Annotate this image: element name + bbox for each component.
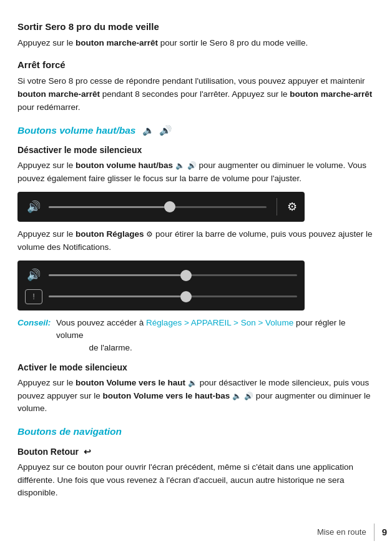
footer-text: Mise en route <box>317 526 374 539</box>
title-navigation: Boutons de navigation <box>17 424 375 439</box>
subtitle-activer: Activer le mode silencieux <box>17 361 375 374</box>
settings-icon-1[interactable]: ⚙ <box>287 199 297 216</box>
slider-thumb-2[interactable] <box>180 270 192 281</box>
slider-track-2[interactable] <box>49 274 297 276</box>
slider-fill-2 <box>49 274 180 276</box>
conseil-block: Conseil: Vous pouvez accéder à Réglages … <box>17 317 375 355</box>
para-desactiver: Appuyez sur le bouton volume haut/bas 🔈 … <box>17 159 375 186</box>
para-act-icon1: 🔉 <box>188 379 197 387</box>
para-arret-bold1: bouton marche-arrêt <box>17 89 100 99</box>
conseil-label-text: Conseil: <box>17 318 51 327</box>
slider-fill-3 <box>49 295 180 297</box>
volume-slider-2: 🔊 ! <box>17 261 305 310</box>
title-volume-text: Boutons volume haut/bas <box>17 125 135 136</box>
subtitle-retour-text: Bouton Retour <box>17 447 79 457</box>
conseil-text-before: Vous pouvez accéder à <box>56 318 146 327</box>
notif-icon: ! <box>25 289 42 304</box>
para-des-text1: Appuyez sur le <box>17 161 76 170</box>
para-sortir-bold: bouton marche-arrêt <box>76 38 158 47</box>
para-des-icon2: 🔊 <box>187 161 197 170</box>
subtitle-retour: Bouton Retour ↩ <box>17 445 375 459</box>
para-act-icon3: 🔊 <box>244 392 253 400</box>
footer-page: 9 <box>375 525 392 540</box>
slider-fill-1 <box>49 206 164 208</box>
slider-row-1: 🔊 <box>25 267 297 284</box>
para-act-bold1: bouton Volume vers le haut <box>76 378 185 387</box>
para-retour: Appuyez sur ce bouton pour ouvrir l'écra… <box>17 461 375 500</box>
para-arret-text1: Si votre Sero 8 pro cesse de répondre pe… <box>17 76 365 86</box>
para-reg-bold: bouton Réglages <box>76 229 144 239</box>
para-activer: Appuyez sur le bouton Volume vers le hau… <box>17 377 375 416</box>
para-reglages: Appuyez sur le bouton Réglages ⚙ pour ét… <box>17 228 375 254</box>
title-volume: Boutons volume haut/bas 🔈 🔊 <box>17 123 375 138</box>
volume-down-icon: 🔈 <box>142 125 154 136</box>
volume-slider-1: 🔊 ⚙ <box>17 192 305 222</box>
title-arret: Arrêt forcé <box>17 58 375 72</box>
para-arret: Si votre Sero 8 pro cesse de répondre pe… <box>17 75 375 114</box>
para-des-bold: bouton volume haut/bas <box>76 161 173 170</box>
conseil-label: Conseil: <box>17 317 56 355</box>
volume-icon-2: 🔊 <box>25 267 42 284</box>
subtitle-desactiver: Désactiver le mode silencieux <box>17 144 375 157</box>
volume-up-icon: 🔊 <box>159 125 171 136</box>
conseil-link[interactable]: Réglages > APPAREIL > Son > Volume <box>146 318 293 327</box>
footer: Mise en route 9 <box>317 524 392 541</box>
slider-thumb-1[interactable] <box>164 201 175 212</box>
slider-row-2: ! <box>25 289 297 304</box>
conseil-content: Vous pouvez accéder à Réglages > APPAREI… <box>56 317 375 355</box>
slider-divider-1 <box>277 198 277 216</box>
para-sortir: Appuyez sur le bouton marche-arrêt pour … <box>17 37 375 50</box>
para-act-bold2: bouton Volume vers le haut-bas <box>103 391 230 400</box>
para-reg-icon: ⚙ <box>146 230 153 239</box>
slider-thumb-3[interactable] <box>180 291 192 302</box>
para-reg-text1: Appuyez sur le <box>17 229 76 239</box>
para-arret-bold2: bouton marche-arrêt <box>290 89 372 99</box>
para-sortir-text2: pour sortir le Sero 8 pro du mode veille… <box>158 38 308 47</box>
conseil-indent-space <box>56 343 89 352</box>
retour-icon: ↩ <box>84 447 91 457</box>
slider-track-3[interactable] <box>49 295 297 297</box>
volume-icon-1: 🔊 <box>25 198 42 216</box>
para-des-icon1: 🔈 <box>175 161 185 170</box>
para-act-text1: Appuyez sur le <box>17 378 76 387</box>
para-arret-end: pour redémarrer. <box>17 102 81 112</box>
para-arret-mid: pendant 8 secondes pour l'arrêter. Appuy… <box>100 89 290 99</box>
para-sortir-text1: Appuyez sur le <box>17 38 76 47</box>
slider-track-1[interactable] <box>49 206 267 208</box>
para-act-icon2: 🔈 <box>232 392 242 400</box>
conseil-text-line2: de l'alarme. <box>89 343 132 352</box>
title-sortir: Sortir Sero 8 pro du mode veille <box>17 20 375 34</box>
